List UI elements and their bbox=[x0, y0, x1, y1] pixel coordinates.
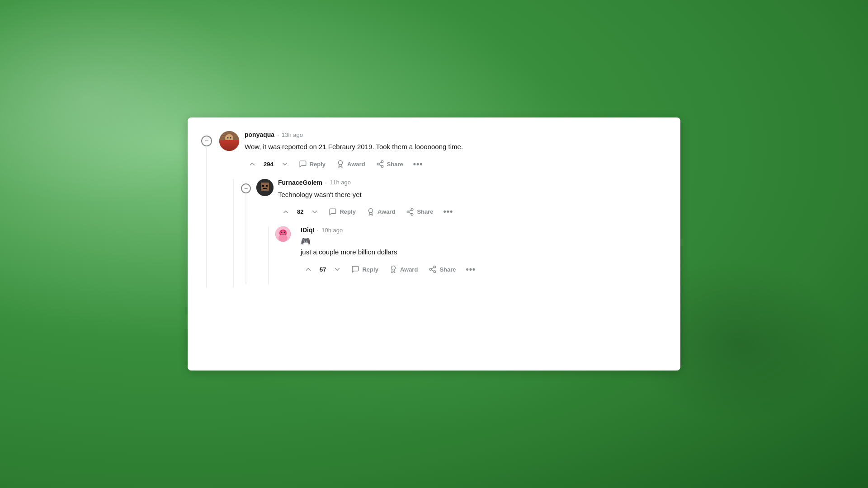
username-3: IDiqI bbox=[301, 226, 314, 234]
more-dots-2: ••• bbox=[443, 207, 453, 216]
svg-point-4 bbox=[227, 137, 229, 139]
svg-point-2 bbox=[223, 144, 236, 151]
collapse-button-2[interactable]: − bbox=[241, 183, 251, 193]
reply-button-2[interactable]: Reply bbox=[324, 205, 360, 219]
more-button-2[interactable]: ••• bbox=[440, 204, 457, 219]
more-button-3[interactable]: ••• bbox=[462, 262, 480, 277]
svg-point-0 bbox=[219, 131, 239, 151]
upvote-button-1[interactable] bbox=[245, 157, 260, 171]
timestamp-1: 13h ago bbox=[282, 131, 303, 138]
timestamp-3: 10h ago bbox=[321, 227, 343, 234]
share-icon-3 bbox=[429, 265, 437, 273]
downvote-button-3[interactable] bbox=[330, 263, 345, 276]
comment-text-2: Technology wasn't there yet bbox=[278, 190, 667, 200]
svg-rect-14 bbox=[262, 185, 264, 187]
username-2: FurnaceGolem bbox=[278, 179, 322, 186]
nested-replies-2: IDiqI · 10h ago 🎮 just a couple more bil… bbox=[268, 226, 667, 284]
svg-line-22 bbox=[409, 210, 411, 211]
avatar-idiql bbox=[275, 226, 291, 242]
award-button-3[interactable]: Award bbox=[385, 263, 423, 276]
svg-line-10 bbox=[379, 164, 381, 166]
vote-count-1: 294 bbox=[262, 161, 275, 168]
downvote-button-2[interactable] bbox=[307, 205, 322, 219]
comment-text-1: Wow, it was reported on 21 Febraury 2019… bbox=[245, 142, 667, 152]
action-bar-2: 82 bbox=[278, 204, 667, 219]
vote-count-2: 82 bbox=[295, 208, 305, 215]
comment-2: − bbox=[241, 179, 667, 284]
svg-point-5 bbox=[230, 137, 231, 139]
avatar-furnace bbox=[256, 179, 274, 196]
comment-panel: − ponyaqua · bbox=[188, 117, 680, 371]
comment-body-1: ponyaqua · 13h ago Wow, it was reported … bbox=[245, 131, 667, 179]
comment-meta-1: ponyaqua · 13h ago bbox=[245, 131, 667, 138]
upvote-icon-1 bbox=[248, 160, 256, 168]
reply-button-3[interactable]: Reply bbox=[347, 263, 382, 276]
svg-line-34 bbox=[432, 267, 434, 269]
award-icon-2 bbox=[367, 208, 375, 216]
upvote-icon-3 bbox=[304, 265, 312, 273]
upvote-button-3[interactable] bbox=[301, 263, 316, 276]
comment-1: − ponyaqua · bbox=[201, 131, 667, 288]
comment-meta-2: FurnaceGolem · 11h ago bbox=[278, 179, 667, 186]
svg-line-21 bbox=[409, 212, 411, 214]
more-button-1[interactable]: ••• bbox=[410, 157, 427, 172]
award-button-1[interactable]: Award bbox=[332, 157, 370, 171]
action-bar-1: 294 Reply bbox=[245, 157, 667, 172]
svg-point-28 bbox=[278, 235, 288, 242]
comment-body-2: FurnaceGolem · 11h ago Technology wasn't… bbox=[278, 179, 667, 227]
reply-button-1[interactable]: Reply bbox=[294, 157, 330, 171]
share-button-1[interactable]: Share bbox=[372, 157, 408, 171]
svg-point-26 bbox=[281, 232, 283, 233]
svg-rect-15 bbox=[266, 185, 268, 187]
share-button-3[interactable]: Share bbox=[424, 263, 460, 276]
svg-rect-16 bbox=[263, 188, 267, 189]
more-dots-3: ••• bbox=[466, 265, 476, 274]
svg-rect-13 bbox=[261, 183, 269, 191]
award-icon-1 bbox=[336, 160, 344, 168]
downvote-icon-3 bbox=[333, 265, 341, 273]
avatar-ponyaqua bbox=[219, 131, 239, 151]
downvote-icon-1 bbox=[281, 160, 289, 168]
comment-text-3: just a couple more billion dollars bbox=[301, 247, 667, 258]
replies-1: − bbox=[233, 179, 667, 288]
svg-line-11 bbox=[379, 162, 381, 164]
downvote-button-1[interactable] bbox=[277, 157, 292, 171]
comment-3: IDiqI · 10h ago 🎮 just a couple more bil… bbox=[275, 226, 667, 284]
svg-point-3 bbox=[225, 134, 233, 142]
share-button-2[interactable]: Share bbox=[401, 205, 438, 219]
username-1: ponyaqua bbox=[245, 131, 274, 138]
reply-icon-2 bbox=[329, 208, 337, 216]
svg-line-33 bbox=[432, 270, 434, 271]
share-icon-1 bbox=[376, 160, 384, 168]
action-bar-3: 57 bbox=[301, 262, 667, 277]
vote-count-3: 57 bbox=[318, 266, 328, 273]
reply-icon-3 bbox=[351, 265, 359, 273]
upvote-icon-2 bbox=[282, 208, 290, 216]
upvote-button-2[interactable] bbox=[278, 205, 293, 219]
more-dots-1: ••• bbox=[413, 160, 423, 169]
award-icon-3 bbox=[389, 265, 397, 273]
comment-meta-3: IDiqI · 10h ago bbox=[301, 226, 667, 234]
award-button-2[interactable]: Award bbox=[362, 205, 400, 219]
downvote-icon-2 bbox=[311, 208, 319, 216]
comment-body-3: IDiqI · 10h ago 🎮 just a couple more bil… bbox=[301, 226, 667, 284]
collapse-button-1[interactable]: − bbox=[201, 136, 212, 146]
timestamp-2: 11h ago bbox=[330, 179, 351, 186]
svg-point-27 bbox=[284, 232, 285, 233]
share-icon-2 bbox=[406, 208, 414, 216]
reply-icon-1 bbox=[299, 160, 307, 168]
pixel-badge-3: 🎮 bbox=[301, 237, 667, 245]
